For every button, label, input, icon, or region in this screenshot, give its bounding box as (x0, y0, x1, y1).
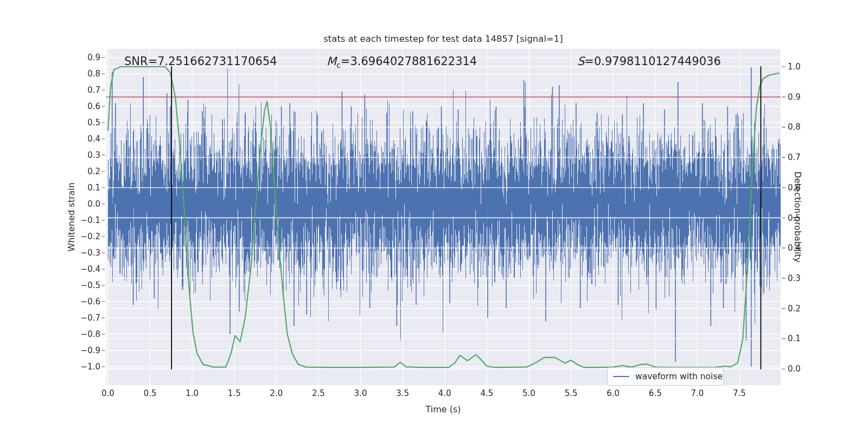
y-tick-label-left: 0.0 (75, 199, 100, 209)
annotation-significance: S=0.9798110127449036 (577, 55, 721, 68)
y-tick-label-left: −0.3 (75, 248, 100, 258)
y-tick-label-left: −0.5 (75, 280, 100, 290)
figure: stats at each timestep for test data 148… (0, 0, 868, 434)
x-tick-label: 6.5 (642, 388, 668, 398)
y-tick-label-left: −0.7 (75, 313, 100, 323)
y-tick-label-left: −1.0 (75, 362, 100, 372)
y-tick-label-left: −0.4 (75, 264, 100, 274)
x-tick-label: 2.5 (305, 388, 331, 398)
x-tick-label: 1.5 (221, 388, 247, 398)
x-tick-label: 0.0 (95, 388, 121, 398)
x-tick-label: 4.5 (474, 388, 500, 398)
x-tick-label: 3.0 (348, 388, 374, 398)
annotation-mc-value: =3.6964027881622314 (341, 55, 477, 68)
chart-title: stats at each timestep for test data 148… (226, 34, 660, 44)
legend: waveform with noise (607, 367, 724, 386)
x-tick-label: 7.5 (726, 388, 752, 398)
legend-line-sample (613, 376, 629, 378)
annotation-mc-subscript: c (336, 61, 341, 69)
y-tick-label-left: −0.6 (75, 297, 100, 307)
y-tick-label-right: 0.8 (788, 122, 813, 132)
x-tick-label: 5.5 (558, 388, 584, 398)
legend-label: waveform with noise (635, 372, 723, 381)
x-tick-label: 3.5 (390, 388, 416, 398)
annotation-s-var: S (577, 55, 584, 68)
x-tick-label: 5.0 (516, 388, 542, 398)
y-tick-label-right: 0.3 (788, 273, 813, 283)
y-tick-label-left: 0.5 (75, 118, 100, 127)
annotation-chirp-mass: Mc=3.6964027881622314 (327, 55, 477, 69)
y-tick-label-right: 0.7 (788, 152, 813, 162)
y-tick-label-left: 0.7 (75, 85, 100, 95)
y-tick-label-left: −0.2 (75, 232, 100, 241)
y-tick-label-left: 0.2 (75, 167, 100, 176)
y-tick-label-right: 0.4 (788, 243, 813, 253)
y-tick-label-left: −0.8 (75, 329, 100, 339)
x-tick-label: 6.0 (600, 388, 626, 398)
x-tick-label: 4.0 (432, 388, 458, 398)
x-tick-label: 1.0 (179, 388, 205, 398)
annotation-snr: SNR=7.251662731170654 (124, 55, 277, 68)
x-tick-label: 2.0 (263, 388, 289, 398)
y-tick-label-right: 0.9 (788, 92, 813, 102)
y-tick-label-left: 0.9 (75, 53, 100, 62)
x-tick-label: 0.5 (137, 388, 163, 398)
y-tick-label-right: 0.1 (788, 334, 813, 343)
annotation-mc-var: M (327, 55, 336, 68)
y-tick-label-left: −0.9 (75, 346, 100, 355)
y-tick-label-left: 0.6 (75, 101, 100, 111)
x-axis-label: Time (s) (389, 404, 497, 414)
y-tick-label-left: 0.3 (75, 150, 100, 160)
annotation-s-value: =0.9798110127449036 (584, 55, 720, 68)
y-tick-label-right: 0.5 (788, 213, 813, 223)
y-tick-label-left: −0.1 (75, 215, 100, 225)
x-tick-label: 7.0 (684, 388, 710, 398)
y-tick-label-right: 1.0 (788, 62, 813, 72)
y-tick-label-left: 0.4 (75, 134, 100, 144)
y-tick-label-left: 0.8 (75, 69, 100, 79)
y-tick-label-right: 0.6 (788, 183, 813, 193)
y-tick-label-left: 0.1 (75, 183, 100, 193)
y-tick-label-right: 0.0 (788, 364, 813, 374)
annotation-snr-text: SNR=7.251662731170654 (124, 55, 277, 68)
y-tick-label-right: 0.2 (788, 304, 813, 314)
